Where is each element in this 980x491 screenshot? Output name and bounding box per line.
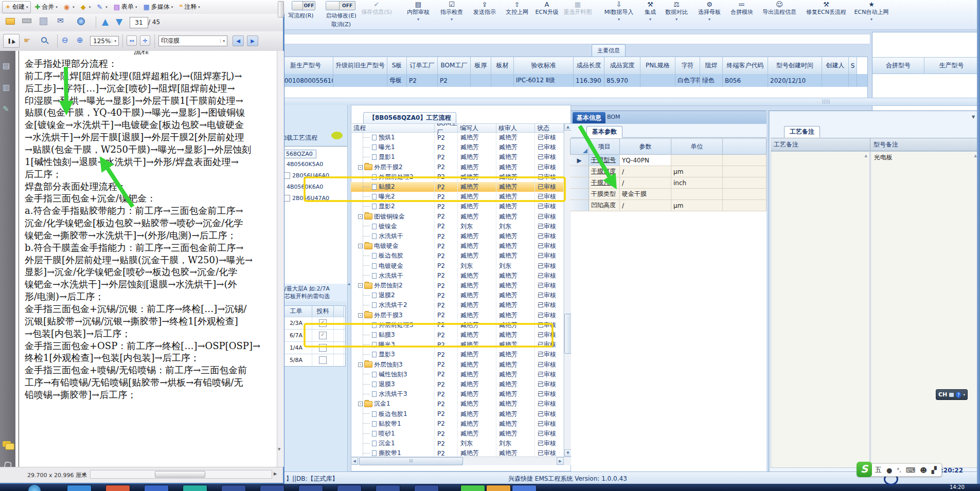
param-value[interactable]: / <box>620 166 671 177</box>
column-header-PNL规格[interactable]: PNL规格 <box>640 57 675 74</box>
tree-row[interactable]: 水洗烘干P2臧艳芳臧艳芳已审核 <box>351 271 564 281</box>
tree-row[interactable]: -外层干膜2P2臧艳芳臧艳芳已审核 <box>351 162 564 172</box>
save-icon[interactable] <box>40 17 47 25</box>
fit-page-button[interactable]: ✛ <box>140 35 150 46</box>
pdf-document-page[interactable]: 流程 金手指处理部分流程：前工序→阻焊[阻焊前处理(阻焊超粗化)→(阻焊塞孔)→… <box>15 51 277 467</box>
collapse-icon[interactable]: - <box>358 402 363 406</box>
tree-row[interactable]: 曝光2P2臧艳芳臧艳芳已审核 <box>351 192 564 202</box>
param-row[interactable]: 凹陷高度/µm <box>570 200 767 211</box>
tree-row[interactable]: 板边包胶1P2臧艳芳臧艳芳已审核 <box>351 409 564 419</box>
tab-bom[interactable]: BOM <box>607 114 620 120</box>
tree-row[interactable]: 显影3P2臧艳芳臧艳芳已审核 <box>351 350 564 359</box>
pdf-menu-合并[interactable]: ✚合并▾ <box>32 2 60 13</box>
email-icon[interactable]: ✉ <box>57 16 64 25</box>
scroll-left-icon[interactable]: ◀ <box>351 457 358 465</box>
taskbar-app-button[interactable] <box>376 485 400 491</box>
toolbar-button-集成[interactable]: ⚒集成▾ <box>645 0 656 29</box>
process-remark-field[interactable]: ▲ <box>771 151 870 468</box>
toolbar-button-指示检查[interactable]: ☑指示检查▾ <box>440 0 463 29</box>
tree-row[interactable]: -外层蚀刻3P2臧艳芳臧艳芳已审核 <box>351 360 564 370</box>
column-header-板材[interactable]: 板材 <box>491 57 514 74</box>
column-header-终端客户代码[interactable]: 终端客户代码 <box>723 57 768 74</box>
tree-column-核审人[interactable]: 核审人 <box>496 123 535 133</box>
find-previous-button[interactable]: ◀ <box>233 35 244 46</box>
pdf-menu-people-icon[interactable]: ◉▾ <box>61 2 77 13</box>
scroll-left-icon[interactable]: ◀ <box>82 471 85 476</box>
marquee-zoom-icon[interactable] <box>41 37 47 43</box>
scroll-up-icon[interactable]: ▲ <box>865 154 867 158</box>
tree-row[interactable]: 板边包胶P2臧艳芳臧艳芳已审核 <box>351 251 564 261</box>
collapse-icon[interactable]: - <box>358 313 363 318</box>
find-next-button[interactable]: ▶ <box>247 35 258 46</box>
start-button[interactable] <box>28 485 41 491</box>
order-row[interactable]: 1/4A <box>280 341 345 354</box>
tree-row[interactable]: 沉金1P2刘东刘东已审核 <box>351 439 564 448</box>
scroll-up-icon[interactable]: ▲ <box>564 123 572 131</box>
toolbar-button-合拼模块[interactable]: ≔合拼模块 <box>730 0 753 29</box>
pdf-menu-表单[interactable]: ▤表单▾ <box>111 2 140 13</box>
toolbox-icon[interactable]: ▞ <box>932 466 937 474</box>
soft-keyboard-icon[interactable]: ⌨ <box>906 466 916 474</box>
column-header-生产型号[interactable]: 生产型号 <box>924 57 979 74</box>
collapse-icon[interactable]: - <box>358 244 363 248</box>
tree-row[interactable]: 碱性蚀刻3P2臧艳芳臧艳芳已审核 <box>351 370 564 379</box>
column-header-BOM工厂[interactable]: BOM工厂 <box>438 57 471 74</box>
model-remark-field[interactable]: ▲ 光电板 <box>870 151 979 468</box>
column-header-新生产型号[interactable]: 新生产型号 <box>278 57 333 74</box>
tree-row[interactable]: 镀镍金P2刘东刘东已审核 <box>351 222 564 231</box>
pdf-menu-多媒体[interactable]: ▦多媒体▾ <box>140 2 175 13</box>
tree-vscroll-thumb[interactable] <box>564 314 572 354</box>
tree-row[interactable]: 贴胶带1P2臧艳芳臧艳芳已审核 <box>351 419 564 429</box>
checkbox-icon[interactable] <box>319 344 327 352</box>
tab-basic-info[interactable]: 基本信息 <box>573 112 605 123</box>
pdf-menu-注释[interactable]: ❝注释▾ <box>176 2 203 13</box>
collapse-icon[interactable]: - <box>358 214 363 219</box>
signature-icon[interactable]: ✎ <box>3 104 9 114</box>
tree-hscroll-thumb[interactable]: ||| <box>359 457 463 465</box>
taskbar-app-button[interactable] <box>105 485 130 491</box>
tree-row[interactable]: 曝光3P2臧艳芳臧艳芳已审核 <box>351 340 564 350</box>
toolbar-button-导出流程信息[interactable]: ☺导出流程信息 <box>762 0 796 29</box>
checkbox-icon[interactable]: ✓ <box>319 319 327 327</box>
tree-row[interactable]: -图镀铜镍金P2臧艳芳臧艳芳已审核 <box>351 212 564 222</box>
main-table-row[interactable]: 10010800055610母板P2P2IPC-6012 Ⅱ级116.39085… <box>278 74 867 87</box>
column-header-验收标准[interactable]: 验收标准 <box>514 57 574 74</box>
tree-row[interactable]: 水洗烘干3P2臧艳芳臧艳芳已审核 <box>351 389 564 399</box>
account-icon[interactable]: ☻ <box>920 466 927 474</box>
taskbar-app-button[interactable] <box>183 485 207 491</box>
tab-process-remarks[interactable]: 工艺备注 <box>784 126 820 138</box>
zoom-in-icon[interactable]: ⊕ <box>77 35 83 45</box>
tree-row[interactable]: 外层前处理3P2臧艳芳臧艳芳已审核 <box>351 320 564 330</box>
zoom-out-icon[interactable]: ⊖ <box>62 35 68 45</box>
tree-row[interactable]: -外层蚀刻2P2臧艳芳臧艳芳已审核 <box>351 281 564 290</box>
zoom-level-select[interactable]: 125% ▾ <box>90 36 119 46</box>
scroll-right-icon[interactable]: ▶ <box>557 457 564 465</box>
column-header-升级前旧生产型号[interactable]: 升级前旧生产型号 <box>333 57 387 74</box>
model-list-item[interactable]: 2B056U47A0 <box>283 195 329 202</box>
tree-row[interactable]: 外层前处理2P2臧艳芳臧艳芳已审核 <box>351 172 564 182</box>
tree-row[interactable]: 显影2P2臧艳芳臧艳芳已审核 <box>351 202 564 211</box>
ime-toolbar[interactable]: S 五 ● °, ⌨ ☻ ▞ <box>857 463 942 477</box>
chevron-down-icon[interactable]: ▾ <box>963 393 965 397</box>
column-header-成品长度[interactable]: 成品长度 <box>574 57 604 74</box>
next-page-icon[interactable]: ▼ <box>116 16 122 27</box>
taskbar-app-button[interactable] <box>512 485 537 491</box>
tree-row[interactable]: 显影1P2臧艳芳臧艳芳已审核 <box>351 152 564 162</box>
help-icon[interactable]: ? <box>956 392 961 398</box>
comments-panel-icon[interactable] <box>3 441 11 447</box>
column-header-阻焊[interactable]: 阻焊 <box>700 57 723 74</box>
column-header-字符[interactable]: 字符 <box>675 57 700 74</box>
taskbar-app-button[interactable] <box>337 485 362 491</box>
collapse-icon[interactable]: - <box>358 283 363 288</box>
toolbar-button-内部审核[interactable]: ▤内部审核▾ <box>407 0 430 29</box>
tree-row[interactable]: 贴膜2P2臧艳芳臧艳芳已审核 <box>351 182 564 192</box>
taskbar-app-button[interactable] <box>460 485 485 491</box>
tree-column-BOM工厂[interactable]: BOM工厂 <box>435 123 458 133</box>
pdf-vscroll-thumb[interactable] <box>278 1 284 17</box>
tree-row[interactable]: 曝光1P2臧艳芳臧艳芳已审核 <box>351 142 564 152</box>
tree-row[interactable]: 退膜2P2臧艳芳臧艳芳已审核 <box>351 290 564 300</box>
bookmarks-icon[interactable]: ▥ <box>3 83 10 92</box>
taskbar-app-button[interactable] <box>67 485 92 491</box>
param-value[interactable]: 硬金干膜 <box>620 189 671 200</box>
tree-row[interactable]: -沉金1P2臧艳芳臧艳芳已审核 <box>351 399 564 409</box>
